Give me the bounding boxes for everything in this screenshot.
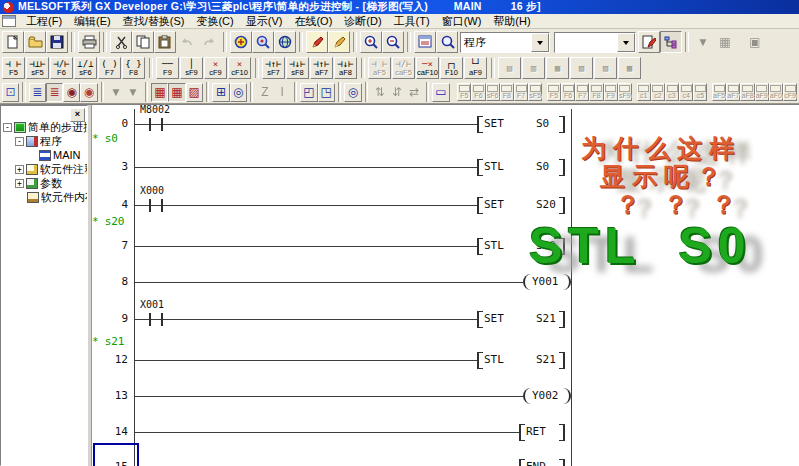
delete-horizontal-line-button[interactable]: ×cF9 [204,57,227,79]
ladder-rung[interactable]: 0 M8002 SET S0 [92,124,799,125]
grayed-sort-button[interactable]: ⇄ [406,83,423,102]
collapse-icon[interactable]: - [3,123,12,132]
ladder-rung[interactable]: 9 X001 SET S21 [92,319,799,320]
device-monitor-button[interactable]: ◎ [230,83,247,102]
grayed-view-button[interactable]: Z [256,83,273,102]
sfc-button[interactable]: F5 [547,83,561,101]
edit-cursor[interactable] [93,443,139,466]
grayed-symbol-button[interactable]: ▥ [522,57,545,79]
ladder-mode-button[interactable]: ▦ [151,83,168,102]
sfc-button[interactable]: F9 [604,83,618,101]
menu-edit[interactable]: 编辑(E) [68,14,117,28]
statement-display-button[interactable]: ≣ [46,83,63,102]
blue-rect-tool-button[interactable]: ▭ [432,83,449,102]
menu-window[interactable]: 窗口(W) [436,14,488,28]
grayed-tool-button[interactable]: ▦ [714,31,736,53]
sfc-line-button[interactable]: c3 [665,83,679,101]
menu-find-replace[interactable]: 查找/替换(S) [117,14,191,28]
draw-line-alt-button[interactable]: └┘aF9 [464,57,487,79]
find-button[interactable]: ◎ [344,83,361,102]
chevron-down-icon[interactable] [531,33,549,52]
ladder-monitor-button[interactable] [230,31,252,53]
project-data-button[interactable] [414,31,436,53]
sfc-button[interactable]: sF5 [528,83,542,101]
menu-online[interactable]: 在线(O) [288,14,338,28]
delete-line-button[interactable]: ─×caF10 [416,57,439,79]
menu-help[interactable]: 帮助(H) [487,14,536,28]
cascade-window-button[interactable]: ◳ [318,83,335,102]
tile-window-button[interactable]: ◰ [300,83,317,102]
sfc-mode-button[interactable]: ▦ [168,83,185,102]
delete-vertical-line-button[interactable]: ×cF10 [228,57,251,79]
copy-button[interactable] [132,31,154,53]
tree-item-parameter[interactable]: + 参数 [1,176,87,190]
project-list-toggle-button[interactable]: ⊡ [2,83,19,102]
sfc-button[interactable]: F8 [589,83,603,101]
comment-edit-button[interactable] [638,31,660,53]
sfc-line-button[interactable]: c4 [679,83,693,101]
expand-icon[interactable]: + [15,179,24,188]
sfc-button[interactable]: aF5 [712,83,726,101]
grayed-symbol-button[interactable]: ⊣/⊢caF5 [392,57,415,79]
menu-convert[interactable]: 变换(C) [190,14,239,28]
note-display-button[interactable]: ◉ [63,83,80,102]
zoom-out-button[interactable] [382,31,404,53]
program-type-combo[interactable]: 程序 [460,32,550,53]
sfc-button[interactable]: aF0 [769,83,783,101]
grayed-view-button[interactable]: I [274,83,291,102]
ladder-editor[interactable]: 0 M8002 SET S0 *s0 3 STL S0 [92,105,799,466]
grayed-sort-button[interactable]: ⇵ [388,83,405,102]
save-button[interactable] [46,31,68,53]
draw-line-button[interactable]: ┌┐F10 [440,57,463,79]
tree-item-main[interactable]: MAIN [1,148,87,162]
read-mode-button[interactable] [328,31,350,53]
horizontal-line-button[interactable]: ──F9 [156,57,179,79]
menu-diagnostics[interactable]: 诊断(D) [338,14,387,28]
close-icon[interactable]: × [70,108,85,122]
monitor-write-button[interactable] [274,31,296,53]
write-mode-button[interactable] [306,31,328,53]
cut-button[interactable] [110,31,132,53]
undo-button[interactable] [176,31,198,53]
device-combo[interactable] [554,32,636,53]
collapse-icon[interactable]: - [15,137,24,146]
find-device-button[interactable] [436,31,458,53]
vertical-line-button[interactable]: │sF9 [180,57,203,79]
sfc-transition-button[interactable]: F6 [471,83,485,101]
falling-pulse-button[interactable]: ⊣↓⊢sF8 [286,57,309,79]
mdi-child-icon[interactable] [2,15,16,27]
sfc-step-button[interactable]: F5 [457,83,471,101]
sfc-button[interactable]: sF9 [618,83,632,101]
ladder-rung[interactable]: 8 Y001 [92,282,799,283]
alias-display-button[interactable]: ◉ [80,83,97,102]
parallel-falling-pulse-button[interactable]: ⊣↓⊢aF8 [334,57,357,79]
sfc-button[interactable]: aF9 [755,83,769,101]
sfc-button[interactable]: F6 [561,83,575,101]
application-instruction-button[interactable]: { }F8 [122,57,145,79]
rising-pulse-button[interactable]: ⊣↑⊢sF7 [262,57,285,79]
open-contact-button[interactable]: ⊣ ⊢F5 [2,57,25,79]
tree-item-project-root[interactable]: - 简单的步进控制 [1,120,87,134]
ladder-rung[interactable]: 13 Y002 [92,396,799,397]
sfc-button[interactable]: aF8 [740,83,754,101]
sfc-button[interactable]: F7 [514,83,528,101]
coil-button[interactable]: ( )F7 [98,57,121,79]
sfc-button[interactable]: F8 [500,83,514,101]
grayed-view-button[interactable]: ▼ [107,83,124,102]
chevron-down-icon[interactable] [617,33,635,52]
tree-view-button[interactable] [660,31,682,53]
grayed-tool-button[interactable]: ▣ [744,31,766,53]
grayed-symbol-button[interactable]: ▨ [594,57,617,79]
tree-item-device-memory[interactable]: 软元件内存 [1,190,87,204]
sfc-line-button[interactable]: c2 [651,83,665,101]
menu-project[interactable]: 工程(F) [20,14,68,28]
sfc-button[interactable]: sF6 [486,83,500,101]
grayed-view-button[interactable]: ▼ [124,83,141,102]
sfc-delete-button[interactable]: cF9 [783,83,797,101]
print-button[interactable] [78,31,100,53]
sfc-line-button[interactable]: c1 [637,83,651,101]
grayed-sort-button[interactable]: ⇅ [371,83,388,102]
expand-icon[interactable]: + [15,165,24,174]
comment-display-button[interactable]: ≣ [29,83,46,102]
grayed-symbol-button[interactable]: ▧ [570,57,593,79]
